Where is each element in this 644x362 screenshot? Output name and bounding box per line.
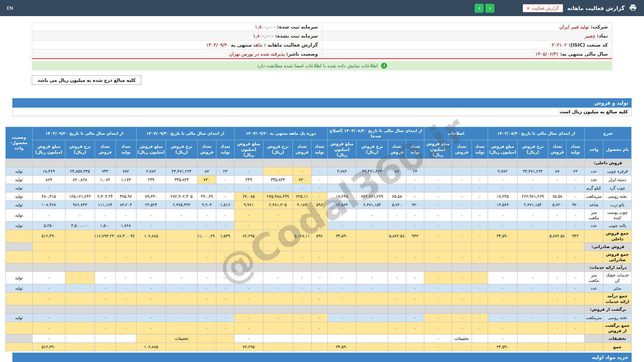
table-cell: ۷۲۰ — [292, 175, 311, 184]
table-cell: ۰ — [566, 192, 584, 200]
table-cell: ۰ — [311, 167, 327, 175]
table-cell — [115, 343, 136, 351]
column-group-header: از ابتدای سال مالی تا تاریخ ۱۴۰۴/۰۹/۳۰ — [136, 127, 234, 140]
top-navbar: گزارش فعالیت ماهانه گزارش فعالیت ▾ › ‹ E… — [0, 0, 644, 16]
table-cell: ۰ — [424, 209, 451, 221]
table-cell — [263, 230, 292, 242]
table-cell: ۰ — [115, 284, 136, 293]
table-cell — [166, 159, 197, 167]
table-cell: ۰ — [216, 293, 234, 305]
info-value: ۱,۸۰۰,۰۰۰ — [255, 24, 276, 29]
info-label: نماد: — [597, 33, 608, 39]
column-header: نرخ فروش (ریال) — [263, 140, 292, 159]
unit-note: کلیه مبالغ به میلیون ریال است — [12, 108, 632, 116]
unit-cell — [584, 335, 603, 343]
table-cell: ۰ — [517, 184, 548, 192]
column-header: مبلغ فروش (میلیون ریال) — [32, 140, 65, 159]
table-cell — [136, 263, 166, 272]
table-cell: ۲,۳۷۱,۱۵۴ — [517, 200, 548, 209]
table-cell: ۲,۳۷۵,۴۴۲ — [166, 200, 197, 209]
signed-match-notice: i اطلاعات نمایش داده شده با اطلاعات امضا… — [32, 61, 612, 70]
table-cell: ۰ — [197, 272, 216, 284]
table-cell: ۲۴,۸۵۷,۳۳۵ — [65, 167, 95, 175]
table-cell: ۵۹۶ — [311, 230, 327, 242]
table-cell: ۶۵.۵۸ — [548, 192, 566, 200]
status-cell: تولید — [5, 167, 32, 175]
table-cell — [472, 159, 488, 167]
table-cell: ۲۶۲,۹۶۱,۲۶۹ — [517, 192, 548, 200]
column-header: تعداد تولید — [566, 140, 584, 159]
table-cell: ۰ — [566, 313, 584, 322]
print-button[interactable] — [629, 4, 637, 13]
table-cell: ۰ — [311, 192, 327, 200]
table-cell: ۰ — [566, 175, 584, 184]
table-cell: ۰ — [292, 272, 311, 284]
table-cell: ۰ — [95, 293, 115, 305]
column-header: مبلغ فروش (میلیون ریال) — [424, 140, 451, 159]
table-cell: ۰ — [311, 222, 327, 230]
column-header: نرخ فروش (ریال) — [517, 140, 548, 159]
table-cell: ۰ — [472, 284, 488, 293]
table-cell — [488, 159, 517, 167]
table-cell: ۰ — [216, 222, 234, 230]
column-header: مبلغ فروش (میلیون ریال) — [234, 140, 263, 159]
table-cell: ۰ — [451, 230, 472, 242]
table-cell — [472, 343, 488, 351]
table-cell: ۰ — [95, 272, 115, 284]
table-cell: ۳۸۰,۳۱۵ — [32, 192, 65, 200]
table-cell: ۰ — [327, 313, 356, 322]
production-section: @Codal360.ir تولید و فروش کلیه مبالغ به … — [12, 98, 632, 362]
table-cell — [65, 335, 95, 343]
table-cell — [517, 322, 548, 334]
table-cell: ۷۹,۳۳۰ — [136, 192, 166, 200]
column-header: تعداد فروش — [197, 140, 216, 159]
company-info-table: شرکت: تولید فیبر ایران سرمایه ثبت شده: ۱… — [32, 22, 612, 59]
report-type-dropdown[interactable]: گزارش فعالیت ▾ — [523, 4, 563, 12]
table-cell: ۰ — [32, 293, 65, 305]
info-value: تولید فیبر ایران — [559, 24, 589, 29]
table-cell: ۰ — [95, 251, 115, 263]
table-cell: ۰ — [136, 222, 166, 230]
table-row: سایرعدد۰۰۰۰۰۰۰۰۰۰۰۰۰۰۰۰۰۰۰۰۰۰۰تولید — [5, 284, 631, 293]
nav-forward-button[interactable]: › — [485, 4, 494, 13]
section-row: برگشت از فروش: — [5, 305, 631, 313]
table-cell: ۵,۲۵۰ — [32, 222, 65, 230]
table-cell: ۲۲۵.۱۱ — [292, 192, 311, 200]
product-name-cell: خدمات خشک کن — [603, 272, 632, 284]
production-sales-table: شرحاز ابتدای سال مالی تا تاریخ ۱۴۰۴/۰۸/۳… — [5, 127, 632, 351]
table-cell: ۱۰۷,۴۶۷ — [32, 200, 65, 209]
nav-back-button[interactable]: ‹ — [475, 4, 484, 13]
table-cell: ۰ — [216, 184, 234, 192]
table-cell — [234, 305, 263, 313]
table-cell — [566, 343, 584, 351]
table-cell: ۰ — [424, 222, 451, 230]
table-cell: ۰ — [234, 209, 263, 221]
table-cell: ۰ — [136, 293, 166, 305]
table-cell — [166, 251, 197, 263]
table-cell: ۰ — [488, 251, 517, 263]
table-cell: ۰ — [424, 175, 451, 184]
table-cell: ۰ — [136, 322, 166, 334]
table-cell: ۰ — [234, 293, 263, 305]
status-cell: تولید — [5, 272, 32, 284]
status-cell: تولید — [5, 313, 32, 322]
table-cell: ۰ — [197, 322, 216, 334]
table-cell: ۹۶۶,۷۴۳ — [65, 200, 95, 209]
table-cell: ۰ — [548, 251, 566, 263]
info-row: شرکت: تولید فیبر ایران سرمایه ثبت شده: ۱… — [32, 22, 612, 32]
info-label: وضعیت ناشر: — [286, 51, 318, 57]
table-cell — [292, 263, 311, 272]
table-cell — [166, 305, 197, 313]
table-cell: ۳,۷۸۲ — [136, 167, 166, 175]
table-cell — [517, 343, 548, 351]
language-toggle[interactable]: EN — [7, 5, 13, 11]
table-cell: ۰ — [451, 284, 472, 293]
table-cell: ۰ — [234, 222, 263, 230]
table-cell: ۰ — [136, 209, 166, 221]
table-cell — [517, 263, 548, 272]
table-cell — [166, 343, 197, 351]
table-cell — [472, 335, 488, 343]
table-cell — [488, 263, 517, 272]
table-cell — [517, 293, 548, 305]
table-cell — [517, 251, 548, 263]
